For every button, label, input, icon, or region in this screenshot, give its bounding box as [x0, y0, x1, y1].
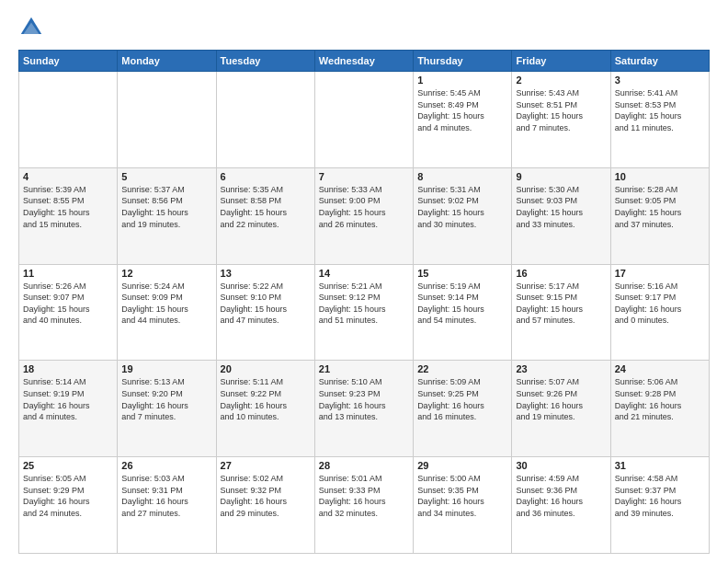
day-number: 16: [516, 268, 606, 279]
calendar-cell: 10Sunrise: 5:28 AM Sunset: 9:05 PM Dayli…: [610, 167, 709, 264]
header: [18, 15, 710, 40]
day-info: Sunrise: 5:30 AM Sunset: 9:03 PM Dayligh…: [516, 184, 606, 230]
calendar-week-4: 25Sunrise: 5:05 AM Sunset: 9:29 PM Dayli…: [19, 457, 710, 554]
day-number: 18: [23, 363, 113, 374]
calendar-cell: 7Sunrise: 5:33 AM Sunset: 9:00 PM Daylig…: [314, 167, 413, 264]
day-number: 15: [417, 268, 507, 279]
day-info: Sunrise: 5:02 AM Sunset: 9:32 PM Dayligh…: [221, 473, 311, 519]
day-info: Sunrise: 5:21 AM Sunset: 9:12 PM Dayligh…: [319, 281, 409, 327]
calendar-cell: 6Sunrise: 5:35 AM Sunset: 8:58 PM Daylig…: [216, 167, 314, 264]
day-number: 29: [417, 460, 507, 471]
calendar-cell: 1Sunrise: 5:45 AM Sunset: 8:49 PM Daylig…: [414, 72, 512, 168]
day-info: Sunrise: 5:22 AM Sunset: 9:10 PM Dayligh…: [221, 281, 311, 327]
day-number: 2: [516, 75, 606, 86]
calendar-table: SundayMondayTuesdayWednesdayThursdayFrid…: [18, 50, 710, 554]
day-number: 7: [319, 171, 409, 182]
day-info: Sunrise: 5:31 AM Sunset: 9:02 PM Dayligh…: [417, 184, 507, 230]
day-info: Sunrise: 5:17 AM Sunset: 9:15 PM Dayligh…: [516, 281, 606, 327]
calendar-cell: 30Sunrise: 4:59 AM Sunset: 9:36 PM Dayli…: [512, 457, 610, 554]
logo-icon: [18, 15, 44, 40]
day-info: Sunrise: 5:43 AM Sunset: 8:51 PM Dayligh…: [516, 87, 606, 133]
calendar-cell: [118, 72, 216, 168]
calendar-cell: [216, 72, 314, 168]
calendar-cell: 19Sunrise: 5:13 AM Sunset: 9:20 PM Dayli…: [118, 361, 216, 457]
day-number: 27: [221, 460, 311, 471]
day-info: Sunrise: 5:09 AM Sunset: 9:25 PM Dayligh…: [417, 376, 507, 422]
day-number: 28: [319, 460, 409, 471]
calendar-cell: [314, 72, 413, 168]
day-number: 17: [615, 268, 705, 279]
calendar-header-sunday: Sunday: [19, 51, 118, 72]
calendar-week-3: 18Sunrise: 5:14 AM Sunset: 9:19 PM Dayli…: [19, 361, 710, 457]
calendar-cell: 2Sunrise: 5:43 AM Sunset: 8:51 PM Daylig…: [512, 72, 610, 168]
calendar-cell: 29Sunrise: 5:00 AM Sunset: 9:35 PM Dayli…: [414, 457, 512, 554]
calendar-cell: 31Sunrise: 4:58 AM Sunset: 9:37 PM Dayli…: [610, 457, 709, 554]
day-info: Sunrise: 4:59 AM Sunset: 9:36 PM Dayligh…: [516, 473, 606, 519]
day-number: 23: [516, 363, 606, 374]
calendar-header-row: SundayMondayTuesdayWednesdayThursdayFrid…: [19, 51, 710, 72]
calendar-cell: 25Sunrise: 5:05 AM Sunset: 9:29 PM Dayli…: [19, 457, 118, 554]
page: SundayMondayTuesdayWednesdayThursdayFrid…: [0, 0, 728, 563]
calendar-cell: 5Sunrise: 5:37 AM Sunset: 8:56 PM Daylig…: [118, 167, 216, 264]
calendar-cell: 26Sunrise: 5:03 AM Sunset: 9:31 PM Dayli…: [118, 457, 216, 554]
calendar-cell: 9Sunrise: 5:30 AM Sunset: 9:03 PM Daylig…: [512, 167, 610, 264]
day-number: 12: [121, 268, 211, 279]
calendar-header-thursday: Thursday: [414, 51, 512, 72]
day-number: 10: [615, 171, 705, 182]
calendar-body: 1Sunrise: 5:45 AM Sunset: 8:49 PM Daylig…: [19, 72, 710, 554]
calendar-header-wednesday: Wednesday: [314, 51, 413, 72]
calendar-week-0: 1Sunrise: 5:45 AM Sunset: 8:49 PM Daylig…: [19, 72, 710, 168]
day-number: 20: [221, 363, 311, 374]
day-info: Sunrise: 5:13 AM Sunset: 9:20 PM Dayligh…: [121, 376, 211, 422]
day-info: Sunrise: 5:06 AM Sunset: 9:28 PM Dayligh…: [615, 376, 705, 422]
day-info: Sunrise: 5:39 AM Sunset: 8:55 PM Dayligh…: [23, 184, 113, 230]
calendar-cell: 28Sunrise: 5:01 AM Sunset: 9:33 PM Dayli…: [314, 457, 413, 554]
day-info: Sunrise: 5:03 AM Sunset: 9:31 PM Dayligh…: [121, 473, 211, 519]
day-number: 9: [516, 171, 606, 182]
day-info: Sunrise: 5:33 AM Sunset: 9:00 PM Dayligh…: [319, 184, 409, 230]
calendar-cell: 15Sunrise: 5:19 AM Sunset: 9:14 PM Dayli…: [414, 264, 512, 361]
calendar-cell: 22Sunrise: 5:09 AM Sunset: 9:25 PM Dayli…: [414, 361, 512, 457]
day-info: Sunrise: 5:11 AM Sunset: 9:22 PM Dayligh…: [221, 376, 311, 422]
calendar-cell: 17Sunrise: 5:16 AM Sunset: 9:17 PM Dayli…: [610, 264, 709, 361]
calendar-cell: 8Sunrise: 5:31 AM Sunset: 9:02 PM Daylig…: [414, 167, 512, 264]
day-info: Sunrise: 5:10 AM Sunset: 9:23 PM Dayligh…: [319, 376, 409, 422]
calendar-cell: 21Sunrise: 5:10 AM Sunset: 9:23 PM Dayli…: [314, 361, 413, 457]
day-info: Sunrise: 5:24 AM Sunset: 9:09 PM Dayligh…: [121, 281, 211, 327]
day-info: Sunrise: 5:28 AM Sunset: 9:05 PM Dayligh…: [615, 184, 705, 230]
day-info: Sunrise: 5:45 AM Sunset: 8:49 PM Dayligh…: [417, 87, 507, 133]
calendar-cell: 3Sunrise: 5:41 AM Sunset: 8:53 PM Daylig…: [610, 72, 709, 168]
day-info: Sunrise: 5:35 AM Sunset: 8:58 PM Dayligh…: [221, 184, 311, 230]
day-number: 6: [221, 171, 311, 182]
calendar-week-1: 4Sunrise: 5:39 AM Sunset: 8:55 PM Daylig…: [19, 167, 710, 264]
day-info: Sunrise: 5:05 AM Sunset: 9:29 PM Dayligh…: [23, 473, 113, 519]
calendar-cell: 13Sunrise: 5:22 AM Sunset: 9:10 PM Dayli…: [216, 264, 314, 361]
day-number: 31: [615, 460, 705, 471]
day-number: 5: [121, 171, 211, 182]
day-info: Sunrise: 5:26 AM Sunset: 9:07 PM Dayligh…: [23, 281, 113, 327]
calendar-cell: 4Sunrise: 5:39 AM Sunset: 8:55 PM Daylig…: [19, 167, 118, 264]
day-number: 1: [417, 75, 507, 86]
day-number: 25: [23, 460, 113, 471]
calendar-cell: 20Sunrise: 5:11 AM Sunset: 9:22 PM Dayli…: [216, 361, 314, 457]
day-info: Sunrise: 5:14 AM Sunset: 9:19 PM Dayligh…: [23, 376, 113, 422]
calendar-header-monday: Monday: [118, 51, 216, 72]
calendar-cell: [19, 72, 118, 168]
calendar-cell: 11Sunrise: 5:26 AM Sunset: 9:07 PM Dayli…: [19, 264, 118, 361]
day-info: Sunrise: 5:07 AM Sunset: 9:26 PM Dayligh…: [516, 376, 606, 422]
day-number: 3: [615, 75, 705, 86]
calendar-cell: 12Sunrise: 5:24 AM Sunset: 9:09 PM Dayli…: [118, 264, 216, 361]
calendar-cell: 14Sunrise: 5:21 AM Sunset: 9:12 PM Dayli…: [314, 264, 413, 361]
day-info: Sunrise: 4:58 AM Sunset: 9:37 PM Dayligh…: [615, 473, 705, 519]
day-info: Sunrise: 5:37 AM Sunset: 8:56 PM Dayligh…: [121, 184, 211, 230]
calendar-header-saturday: Saturday: [610, 51, 709, 72]
day-number: 19: [121, 363, 211, 374]
day-number: 4: [23, 171, 113, 182]
day-number: 24: [615, 363, 705, 374]
day-info: Sunrise: 5:01 AM Sunset: 9:33 PM Dayligh…: [319, 473, 409, 519]
calendar-cell: 16Sunrise: 5:17 AM Sunset: 9:15 PM Dayli…: [512, 264, 610, 361]
calendar-week-2: 11Sunrise: 5:26 AM Sunset: 9:07 PM Dayli…: [19, 264, 710, 361]
calendar-cell: 23Sunrise: 5:07 AM Sunset: 9:26 PM Dayli…: [512, 361, 610, 457]
logo: [18, 15, 48, 40]
day-number: 11: [23, 268, 113, 279]
